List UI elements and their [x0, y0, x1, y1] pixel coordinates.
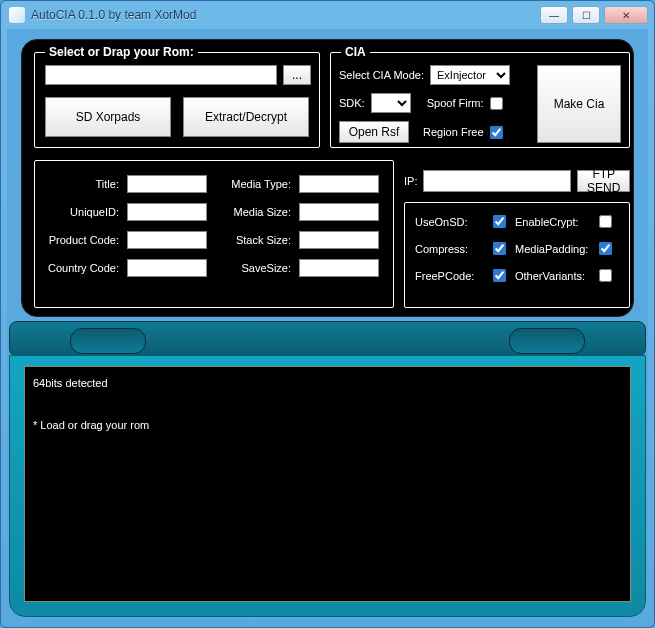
savesize-field[interactable]	[299, 259, 379, 277]
spoof-firm-checkbox[interactable]	[490, 97, 503, 110]
bottom-panel: 64bits detected * Load or drag your rom	[9, 355, 646, 617]
window-title: AutoCIA 0.1.0 by team XorMod	[31, 8, 540, 22]
mediatype-field[interactable]	[299, 175, 379, 193]
stacksize-label: Stack Size:	[215, 234, 291, 246]
titlebar: AutoCIA 0.1.0 by team XorMod — ☐ ✕	[1, 1, 654, 29]
region-free-checkbox[interactable]	[490, 126, 503, 139]
cia-mode-label: Select CIA Mode:	[339, 69, 424, 81]
uniqueid-label: UniqueID:	[43, 206, 119, 218]
product-field[interactable]	[127, 231, 207, 249]
ip-row: IP: FTP SEND	[404, 170, 630, 192]
title-field[interactable]	[127, 175, 207, 193]
mediapadding-checkbox[interactable]	[599, 242, 612, 255]
close-button[interactable]: ✕	[604, 6, 648, 24]
sdk-label: SDK:	[339, 97, 365, 109]
mediatype-label: Media Type:	[215, 178, 291, 190]
top-panel: Select or Drap your Rom: ... SD Xorpads …	[21, 39, 634, 317]
freepcode-checkbox[interactable]	[493, 269, 506, 282]
extract-decrypt-button[interactable]: Extract/Decrypt	[183, 97, 309, 137]
cia-mode-select[interactable]: ExInjector	[430, 65, 510, 85]
ftp-send-button[interactable]: FTP SEND	[577, 170, 630, 192]
cia-group: CIA Select CIA Mode: ExInjector SDK: Spo…	[330, 52, 630, 148]
app-window: AutoCIA 0.1.0 by team XorMod — ☐ ✕ Selec…	[0, 0, 655, 628]
browse-button[interactable]: ...	[283, 65, 311, 85]
mediasize-label: Media Size:	[215, 206, 291, 218]
sdk-select[interactable]	[371, 93, 411, 113]
client-area: Select or Drap your Rom: ... SD Xorpads …	[7, 29, 648, 621]
compress-checkbox[interactable]	[493, 242, 506, 255]
rom-legend: Select or Drap your Rom:	[45, 45, 198, 59]
log-line: * Load or drag your rom	[33, 415, 622, 436]
ip-input[interactable]	[423, 170, 571, 192]
minimize-button[interactable]: —	[540, 6, 568, 24]
country-field[interactable]	[127, 259, 207, 277]
compress-label: Compress:	[415, 243, 487, 255]
product-label: Product Code:	[43, 234, 119, 246]
country-label: Country Code:	[43, 262, 119, 274]
region-free-label: Region Free	[423, 126, 484, 138]
info-group: Title: Media Type: UniqueID: Media Size:…	[34, 160, 394, 308]
mediapadding-label: MediaPadding:	[515, 243, 593, 255]
uniqueid-field[interactable]	[127, 203, 207, 221]
stacksize-field[interactable]	[299, 231, 379, 249]
savesize-label: SaveSize:	[215, 262, 291, 274]
open-rsf-button[interactable]: Open Rsf	[339, 121, 409, 143]
device-hinge	[9, 321, 646, 357]
app-icon	[9, 7, 25, 23]
freepcode-label: FreePCode:	[415, 270, 487, 282]
options-group: UseOnSD: EnableCrypt: Compress: MediaPad…	[404, 202, 630, 308]
spoof-firm-label: Spoof Firm:	[427, 97, 484, 109]
useonsd-checkbox[interactable]	[493, 215, 506, 228]
othervariants-label: OtherVariants:	[515, 270, 593, 282]
title-label: Title:	[43, 178, 119, 190]
make-cia-button[interactable]: Make Cia	[537, 65, 621, 143]
enablecrypt-checkbox[interactable]	[599, 215, 612, 228]
log-console: 64bits detected * Load or drag your rom	[24, 366, 631, 602]
rom-path-input[interactable]	[45, 65, 277, 85]
ip-label: IP:	[404, 175, 417, 187]
mediasize-field[interactable]	[299, 203, 379, 221]
sd-xorpads-button[interactable]: SD Xorpads	[45, 97, 171, 137]
cia-legend: CIA	[341, 45, 370, 59]
useonsd-label: UseOnSD:	[415, 216, 487, 228]
enablecrypt-label: EnableCrypt:	[515, 216, 593, 228]
log-line: 64bits detected	[33, 373, 622, 394]
othervariants-checkbox[interactable]	[599, 269, 612, 282]
maximize-button[interactable]: ☐	[572, 6, 600, 24]
rom-group: Select or Drap your Rom: ... SD Xorpads …	[34, 52, 320, 148]
